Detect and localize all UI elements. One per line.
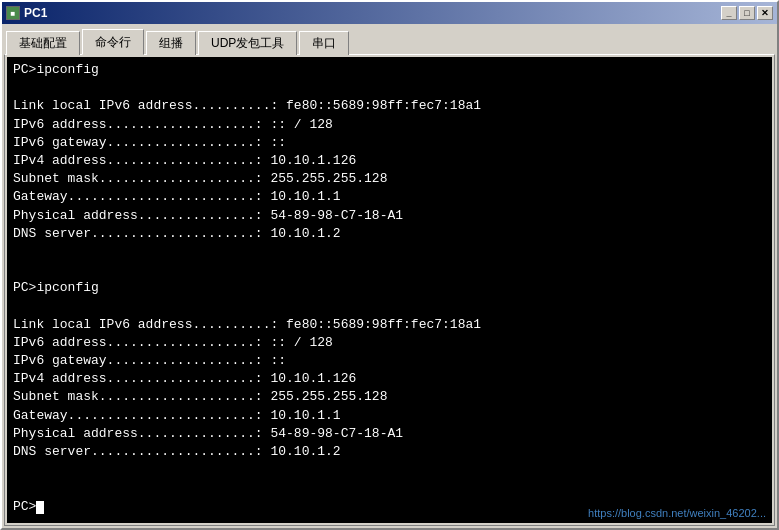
- gateway-2: Gateway........................: 10.10.1…: [13, 407, 762, 425]
- ipv6-gw-2: IPv6 gateway...................: ::: [13, 352, 762, 370]
- spacer-5: [13, 461, 762, 479]
- dns-server-1: DNS server.....................: 10.10.1…: [13, 225, 762, 243]
- minimize-button[interactable]: _: [721, 6, 737, 20]
- tab-content: PC>ipconfig Link local IPv6 address.....…: [4, 54, 775, 526]
- title-bar-left: ■ PC1: [6, 6, 47, 20]
- dns-server-2: DNS server.....................: 10.10.1…: [13, 443, 762, 461]
- tab-multicast[interactable]: 组播: [146, 31, 196, 55]
- tab-basic-config[interactable]: 基础配置: [6, 31, 80, 55]
- tab-bar: 基础配置 命令行 组播 UDP发包工具 串口: [2, 24, 777, 54]
- terminal[interactable]: PC>ipconfig Link local IPv6 address.....…: [7, 57, 772, 523]
- ipv6-gw-1: IPv6 gateway...................: ::: [13, 134, 762, 152]
- ipv6-link-1: Link local IPv6 address..........: fe80:…: [13, 97, 762, 115]
- ipv6-link-2: Link local IPv6 address..........: fe80:…: [13, 316, 762, 334]
- subnet-mask-1: Subnet mask....................: 255.255…: [13, 170, 762, 188]
- terminal-scroll[interactable]: PC>ipconfig Link local IPv6 address.....…: [13, 61, 766, 519]
- maximize-button[interactable]: □: [739, 6, 755, 20]
- main-window: ■ PC1 _ □ ✕ 基础配置 命令行 组播 UDP发包工具 串口 PC>ip…: [0, 0, 779, 530]
- tab-serial[interactable]: 串口: [299, 31, 349, 55]
- command-line-2: PC>ipconfig: [13, 279, 762, 297]
- ipv4-addr-2: IPv4 address...................: 10.10.1…: [13, 370, 762, 388]
- prompt-text: PC>: [13, 499, 36, 514]
- subnet-mask-2: Subnet mask....................: 255.255…: [13, 388, 762, 406]
- gateway-1: Gateway........................: 10.10.1…: [13, 188, 762, 206]
- watermark: https://blog.csdn.net/weixin_46202...: [588, 507, 766, 519]
- spacer-1: [13, 79, 762, 97]
- command-line-1: PC>ipconfig: [13, 61, 762, 79]
- spacer-4: [13, 297, 762, 315]
- window-title: PC1: [24, 6, 47, 20]
- spacer-2: [13, 243, 762, 261]
- physical-addr-1: Physical address...............: 54-89-9…: [13, 207, 762, 225]
- window-icon: ■: [6, 6, 20, 20]
- spacer-6: [13, 479, 762, 497]
- title-bar-buttons: _ □ ✕: [721, 6, 773, 20]
- physical-addr-2: Physical address...............: 54-89-9…: [13, 425, 762, 443]
- spacer-3: [13, 261, 762, 279]
- ipv6-addr-1: IPv6 address...................: :: / 12…: [13, 116, 762, 134]
- close-button[interactable]: ✕: [757, 6, 773, 20]
- tab-command-line[interactable]: 命令行: [82, 29, 144, 55]
- ipv4-addr-1: IPv4 address...................: 10.10.1…: [13, 152, 762, 170]
- cursor: [36, 501, 44, 514]
- tab-udp-tool[interactable]: UDP发包工具: [198, 31, 297, 55]
- ipv6-addr-2: IPv6 address...................: :: / 12…: [13, 334, 762, 352]
- title-bar: ■ PC1 _ □ ✕: [2, 2, 777, 24]
